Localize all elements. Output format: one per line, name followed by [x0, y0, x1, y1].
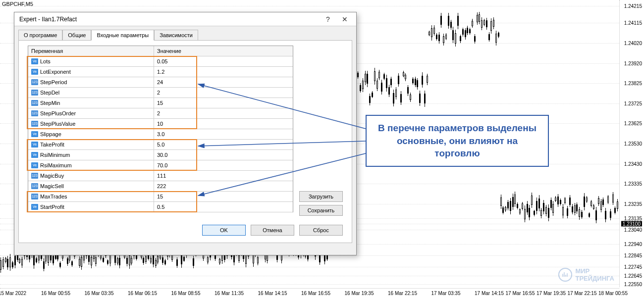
column-header-value[interactable]: Значение	[154, 46, 293, 56]
watermark-line2: ТРЕЙДИНГА	[575, 275, 614, 282]
tab-3[interactable]: Зависимости	[154, 30, 198, 41]
reset-button[interactable]: Сброс	[299, 225, 343, 236]
param-row[interactable]: 123MaxTrades15	[28, 192, 293, 202]
param-name: StepMin	[40, 98, 60, 108]
param-name: StepDel	[40, 88, 59, 98]
price-tick: 1.24215	[624, 3, 642, 8]
type-double-icon: Ve	[31, 142, 38, 148]
time-tick: 16 Mar 11:35	[215, 291, 244, 296]
price-tick: 1.23235	[624, 201, 642, 206]
type-int-icon: 123	[31, 100, 38, 106]
type-int-icon: 123	[31, 79, 38, 85]
price-tick: 1.23625	[624, 121, 642, 126]
type-double-icon: Ve	[31, 204, 38, 210]
annotation-text: В перечне параметров выделены основные, …	[378, 123, 537, 158]
price-tick: 1.23040	[624, 227, 642, 233]
time-tick: 17 Mar 19:35	[537, 291, 566, 296]
column-header-variable[interactable]: Переменная	[28, 46, 154, 56]
param-value[interactable]: 5.0	[154, 140, 293, 149]
param-value[interactable]: 0.05	[154, 56, 293, 66]
price-tick: 1.23135	[624, 215, 642, 221]
param-row[interactable]: 123StepPeriod24	[28, 77, 293, 88]
type-int-icon: 123	[31, 183, 38, 189]
type-int-icon: 123	[31, 90, 38, 96]
annotation-callout: В перечне параметров выделены основные, …	[366, 115, 549, 167]
close-button[interactable]: ✕	[336, 15, 353, 23]
time-tick: 16 Mar 00:55	[41, 291, 70, 296]
type-int-icon: 123	[31, 194, 38, 199]
parameter-list: Переменная Значение VeLots0.05VeLotExpon…	[28, 46, 293, 212]
type-int-icon: 123	[31, 173, 38, 179]
param-row[interactable]: VeLotExponent1.2	[28, 67, 293, 77]
param-value[interactable]: 24	[154, 77, 293, 87]
type-double-icon: Ve	[31, 58, 38, 64]
time-tick: 16 Mar 19:35	[345, 291, 374, 296]
time-tick: 15 Mar 2022	[0, 291, 26, 296]
param-value[interactable]: 111	[154, 171, 293, 181]
watermark-logo: МИР ТРЕЙДИНГА	[558, 267, 614, 282]
dialog-title: Expert - Ilan1.7Refact	[19, 16, 320, 23]
price-tick: 1.23920	[624, 60, 642, 66]
param-value[interactable]: 15	[154, 192, 293, 201]
param-name: Slippage	[40, 129, 61, 139]
load-button[interactable]: Загрузить	[299, 191, 343, 202]
param-value[interactable]: 222	[154, 181, 293, 191]
price-tick: 1.23100	[621, 221, 642, 227]
param-row[interactable]: 123StepPlusValue10	[28, 119, 293, 129]
time-tick: 17 Mar 14:15	[475, 291, 504, 296]
param-row[interactable]: 123StepDel2	[28, 88, 293, 98]
dialog-buttons: OK Отмена Сброс	[202, 225, 343, 236]
param-value[interactable]: 1.2	[154, 67, 293, 77]
price-tick: 1.22745	[624, 264, 642, 270]
time-tick: 17 Mar 16:55	[506, 291, 535, 296]
param-row[interactable]: 123StepMin15	[28, 98, 293, 108]
tab-panel-inputs: Переменная Значение VeLots0.05VeLotExpon…	[18, 40, 352, 243]
param-row[interactable]: VeRsiMaximum70.0	[28, 160, 293, 171]
tab-1[interactable]: Общие	[62, 30, 91, 41]
param-name: TakeProfit	[40, 140, 64, 149]
expert-properties-dialog: Expert - Ilan1.7Refact ? ✕ О программеОб…	[14, 12, 357, 255]
param-value[interactable]: 0.5	[154, 202, 293, 212]
ok-button[interactable]: OK	[202, 225, 246, 236]
save-button[interactable]: Сохранить	[299, 205, 343, 216]
param-name: RsiMinimum	[40, 150, 70, 160]
price-tick: 1.23825	[624, 81, 642, 86]
dialog-tabs: О программеОбщиеВходные параметрыЗависим…	[14, 26, 356, 40]
param-row[interactable]: VeTakeProfit5.0	[28, 140, 293, 150]
tab-0[interactable]: О программе	[18, 30, 62, 41]
watermark-icon	[558, 268, 572, 282]
param-value[interactable]: 70.0	[154, 160, 293, 170]
time-tick: 18 Mar 00:55	[598, 291, 628, 296]
price-axis: 1.242151.241151.240201.239201.238251.237…	[619, 0, 644, 287]
price-tick: 1.22940	[624, 242, 642, 247]
param-name: MaxTrades	[40, 192, 67, 201]
param-row[interactable]: VeStartProfit0.5	[28, 202, 293, 212]
param-row[interactable]: VeLots0.05	[28, 56, 293, 67]
param-value[interactable]: 15	[154, 98, 293, 108]
price-tick: 1.24020	[624, 41, 642, 46]
type-int-icon: 123	[31, 121, 38, 127]
param-row[interactable]: VeSlippage3.0	[28, 129, 293, 140]
param-name: LotExponent	[40, 67, 71, 77]
param-name: StartProfit	[40, 202, 64, 212]
param-row[interactable]: 123MagicBuy111	[28, 171, 293, 181]
param-value[interactable]: 30.0	[154, 150, 293, 160]
param-name: StepPlusOrder	[40, 108, 76, 118]
param-value[interactable]: 3.0	[154, 129, 293, 139]
parameter-list-header: Переменная Значение	[28, 46, 293, 56]
param-value[interactable]: 10	[154, 119, 293, 129]
param-value[interactable]: 2	[154, 108, 293, 118]
time-tick: 17 Mar 03:35	[431, 291, 461, 296]
param-name: StepPlusValue	[40, 119, 75, 129]
tab-2[interactable]: Входные параметры	[91, 30, 154, 41]
param-row[interactable]: 123StepPlusOrder2	[28, 108, 293, 119]
dialog-titlebar[interactable]: Expert - Ilan1.7Refact ? ✕	[14, 12, 356, 26]
param-row[interactable]: 123MagicSell222	[28, 181, 293, 192]
help-button[interactable]: ?	[320, 15, 336, 23]
side-buttons: Загрузить Сохранить	[299, 191, 343, 216]
param-name: Lots	[40, 56, 51, 66]
param-value[interactable]: 2	[154, 88, 293, 98]
param-row[interactable]: VeRsiMinimum30.0	[28, 150, 293, 160]
cancel-button[interactable]: Отмена	[251, 225, 294, 236]
price-tick: 1.23335	[624, 181, 642, 187]
